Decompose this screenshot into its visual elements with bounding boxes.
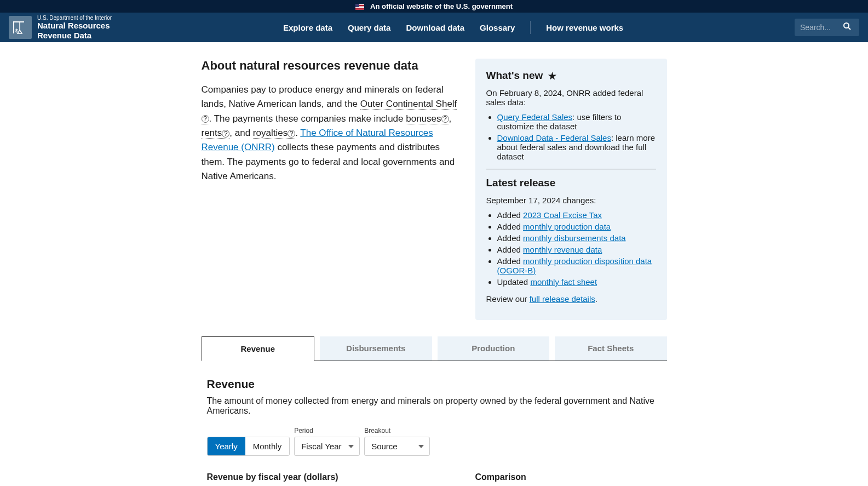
list-item: Added monthly production disposition dat… bbox=[497, 256, 656, 275]
whats-new-list: Query Federal Sales: use filters to cust… bbox=[497, 112, 656, 161]
dept-name: U.S. Department of the Interior bbox=[37, 15, 112, 21]
nav-query[interactable]: Query data bbox=[348, 23, 390, 32]
site-title-2: Revenue Data bbox=[37, 31, 112, 41]
link-full-release-details[interactable]: full release details bbox=[530, 294, 595, 304]
search-input[interactable] bbox=[800, 23, 843, 32]
nav-how-revenue-works[interactable]: How revenue works bbox=[546, 23, 623, 32]
tab-revenue[interactable]: Revenue bbox=[202, 336, 315, 361]
nav-download[interactable]: Download data bbox=[406, 23, 464, 32]
comparison-section: Comparison Compares data for the selecte… bbox=[475, 472, 662, 486]
whats-new-intro: On February 8, 2024, ONRR added federal … bbox=[486, 88, 656, 107]
change-link[interactable]: monthly production data bbox=[523, 222, 611, 231]
list-item: Download Data - Federal Sales: learn mor… bbox=[497, 133, 656, 161]
glossary-term-rents[interactable]: rents? bbox=[202, 128, 230, 139]
revenue-heading: Revenue bbox=[207, 378, 662, 391]
change-link[interactable]: 2023 Coal Excise Tax bbox=[523, 210, 602, 220]
review-line: Review our full release details. bbox=[486, 294, 656, 304]
list-item: Added 2023 Coal Excise Tax bbox=[497, 210, 656, 220]
us-flag-icon bbox=[355, 4, 364, 10]
svg-rect-0 bbox=[13, 21, 14, 33]
main-nav: Explore data Query data Download data Gl… bbox=[283, 21, 623, 34]
whats-new-heading: What's new bbox=[486, 70, 656, 82]
site-title-1: Natural Resources bbox=[37, 21, 112, 31]
link-download-federal-sales[interactable]: Download Data - Federal Sales bbox=[497, 133, 611, 142]
svg-point-3 bbox=[844, 23, 849, 28]
gov-banner: An official website of the U.S. governme… bbox=[0, 0, 868, 13]
breakout-label: Breakout bbox=[364, 427, 430, 434]
period-label: Period bbox=[294, 427, 360, 434]
new-badge-icon bbox=[548, 72, 557, 81]
change-link[interactable]: monthly disbursements data bbox=[523, 233, 626, 243]
revenue-panel: Revenue The amount of money collected fr… bbox=[202, 361, 667, 486]
about-section: About natural resources revenue data Com… bbox=[202, 59, 459, 320]
link-query-federal-sales[interactable]: Query Federal Sales bbox=[497, 112, 573, 122]
site-header: $ U.S. Department of the Interior Natura… bbox=[0, 13, 868, 42]
period-select-group: Period Fiscal Year bbox=[294, 427, 360, 456]
breakout-select-group: Breakout Source bbox=[364, 427, 430, 456]
period-select[interactable]: Fiscal Year bbox=[294, 437, 360, 456]
list-item: Added monthly disbursements data bbox=[497, 233, 656, 243]
chart-title: Revenue by fiscal year (dollars) bbox=[207, 472, 459, 486]
divider bbox=[486, 169, 656, 169]
change-link[interactable]: monthly revenue data bbox=[523, 245, 602, 254]
glossary-term-bonuses[interactable]: bonuses? bbox=[406, 113, 449, 124]
list-item: Added monthly production data bbox=[497, 222, 656, 231]
list-item: Added monthly revenue data bbox=[497, 245, 656, 254]
tabs-row: Revenue Disbursements Production Fact Sh… bbox=[202, 336, 667, 361]
tab-factsheets[interactable]: Fact Sheets bbox=[555, 336, 667, 361]
latest-release-intro: September 17, 2024 changes: bbox=[486, 196, 656, 205]
logo-area[interactable]: $ U.S. Department of the Interior Natura… bbox=[9, 15, 112, 41]
list-item: Updated monthly fact sheet bbox=[497, 277, 656, 287]
tab-production[interactable]: Production bbox=[438, 336, 550, 361]
site-logo-icon: $ bbox=[9, 16, 32, 39]
change-link[interactable]: monthly fact sheet bbox=[530, 277, 597, 287]
svg-line-4 bbox=[848, 27, 850, 30]
controls-row: Yearly Monthly Period Fiscal Year Breako… bbox=[207, 427, 662, 456]
nav-explore[interactable]: Explore data bbox=[283, 23, 332, 32]
svg-text:$: $ bbox=[15, 28, 18, 33]
breakout-select[interactable]: Source bbox=[364, 437, 430, 456]
revenue-desc: The amount of money collected from energ… bbox=[207, 396, 662, 416]
comparison-title: Comparison bbox=[475, 472, 662, 486]
latest-release-heading: Latest release bbox=[486, 177, 656, 189]
tab-disbursements[interactable]: Disbursements bbox=[320, 336, 432, 361]
nav-glossary[interactable]: Glossary bbox=[480, 23, 515, 32]
search-box[interactable] bbox=[795, 19, 859, 36]
search-icon[interactable] bbox=[843, 22, 852, 33]
toggle-yearly[interactable]: Yearly bbox=[208, 437, 245, 455]
toggle-monthly[interactable]: Monthly bbox=[245, 437, 290, 455]
list-item: Query Federal Sales: use filters to cust… bbox=[497, 112, 656, 131]
chart-section: Revenue by fiscal year (dollars) $23 bil… bbox=[207, 472, 459, 486]
changes-list: Added 2023 Coal Excise Tax Added monthly… bbox=[497, 210, 656, 287]
whats-new-sidebar: What's new On February 8, 2024, ONRR add… bbox=[475, 59, 667, 320]
gov-banner-text: An official website of the U.S. governme… bbox=[370, 2, 513, 10]
nav-separator bbox=[530, 21, 531, 34]
time-toggle: Yearly Monthly bbox=[207, 437, 290, 456]
glossary-term-royalties[interactable]: royalties? bbox=[253, 128, 295, 139]
svg-rect-1 bbox=[13, 21, 24, 22]
about-heading: About natural resources revenue data bbox=[202, 59, 459, 73]
about-paragraph: Companies pay to produce energy and mine… bbox=[202, 83, 459, 184]
